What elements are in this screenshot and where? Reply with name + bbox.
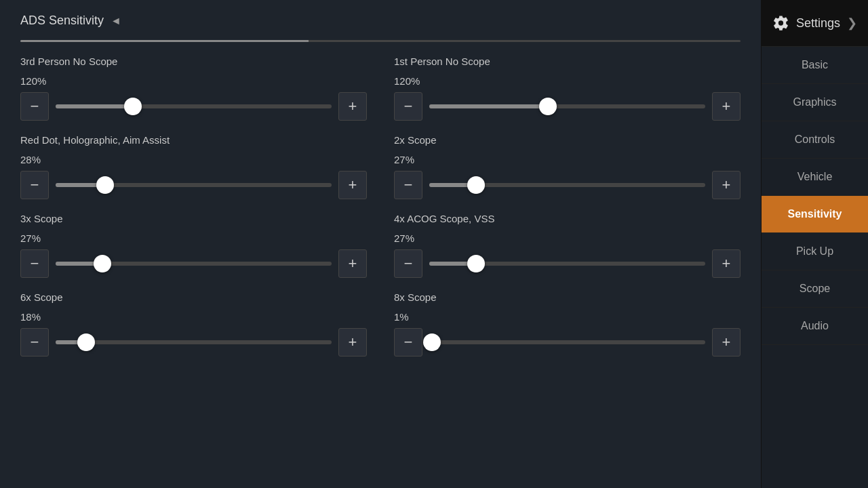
- value-label-8x-scope: 1%: [394, 311, 741, 323]
- nav-item-audio[interactable]: Audio: [762, 308, 868, 345]
- slider-track-1st-person-no-scope: [429, 104, 705, 108]
- sensitivity-grid: 3rd Person No Scope120%−+1st Person No S…: [20, 56, 741, 357]
- sensitivity-section-1st-person-no-scope: 1st Person No Scope120%−+: [394, 56, 741, 121]
- close-button[interactable]: ❯: [847, 16, 857, 30]
- top-bar: ADS Sensitivity ◄: [20, 14, 741, 28]
- slider-track-red-dot: [56, 183, 332, 187]
- section-label-2x-scope: 2x Scope: [394, 134, 741, 146]
- slider-container-4x-acog[interactable]: [429, 249, 705, 278]
- minus-button-red-dot[interactable]: −: [20, 171, 49, 199]
- slider-row-red-dot: −+: [20, 171, 367, 199]
- plus-button-red-dot[interactable]: +: [338, 171, 367, 199]
- value-label-1st-person-no-scope: 120%: [394, 75, 741, 87]
- nav-list: BasicGraphicsControlsVehicleSensitivityP…: [762, 47, 868, 345]
- slider-thumb-red-dot[interactable]: [96, 176, 114, 194]
- plus-button-1st-person-no-scope[interactable]: +: [712, 92, 741, 121]
- sidebar: Settings ❯ BasicGraphicsControlsVehicleS…: [761, 0, 868, 488]
- minus-button-2x-scope[interactable]: −: [394, 171, 422, 199]
- nav-item-pickup[interactable]: Pick Up: [762, 233, 868, 270]
- slider-container-3rd-person-no-scope[interactable]: [56, 92, 332, 121]
- slider-row-4x-acog: −+: [394, 249, 741, 278]
- slider-container-red-dot[interactable]: [56, 171, 332, 199]
- slider-row-8x-scope: −+: [394, 328, 741, 357]
- gear-icon: [772, 12, 789, 34]
- sensitivity-section-6x-scope: 6x Scope18%−+: [20, 291, 367, 357]
- minus-button-4x-acog[interactable]: −: [394, 249, 422, 278]
- slider-fill-1st-person-no-scope: [429, 104, 548, 108]
- sensitivity-section-red-dot: Red Dot, Holographic, Aim Assist28%−+: [20, 134, 367, 199]
- slider-thumb-3x-scope[interactable]: [94, 255, 111, 272]
- plus-button-2x-scope[interactable]: +: [712, 171, 741, 199]
- slider-track-3rd-person-no-scope: [56, 104, 332, 108]
- nav-item-sensitivity[interactable]: Sensitivity: [762, 196, 868, 233]
- slider-row-3rd-person-no-scope: −+: [20, 92, 367, 121]
- section-label-red-dot: Red Dot, Holographic, Aim Assist: [20, 134, 367, 146]
- nav-item-scope[interactable]: Scope: [762, 270, 868, 308]
- nav-item-controls[interactable]: Controls: [762, 121, 868, 159]
- sidebar-header: Settings ❯: [762, 0, 868, 47]
- sensitivity-section-4x-acog: 4x ACOG Scope, VSS27%−+: [394, 213, 741, 278]
- main-content: ADS Sensitivity ◄ 3rd Person No Scope120…: [0, 0, 761, 488]
- slider-track-3x-scope: [56, 262, 332, 266]
- nav-item-graphics[interactable]: Graphics: [762, 84, 868, 121]
- section-label-3rd-person-no-scope: 3rd Person No Scope: [20, 56, 367, 67]
- slider-thumb-8x-scope[interactable]: [423, 333, 441, 351]
- section-label-1st-person-no-scope: 1st Person No Scope: [394, 56, 741, 67]
- nav-item-basic[interactable]: Basic: [762, 47, 868, 84]
- minus-button-3x-scope[interactable]: −: [20, 249, 49, 278]
- sensitivity-section-2x-scope: 2x Scope27%−+: [394, 134, 741, 199]
- slider-thumb-6x-scope[interactable]: [77, 333, 95, 351]
- slider-thumb-1st-person-no-scope[interactable]: [539, 98, 557, 115]
- plus-button-3rd-person-no-scope[interactable]: +: [338, 92, 367, 121]
- plus-button-6x-scope[interactable]: +: [338, 328, 367, 357]
- section-label-4x-acog: 4x ACOG Scope, VSS: [394, 213, 741, 224]
- slider-thumb-2x-scope[interactable]: [467, 176, 485, 194]
- minus-button-1st-person-no-scope[interactable]: −: [394, 92, 422, 121]
- slider-container-8x-scope[interactable]: [429, 328, 705, 357]
- slider-row-1st-person-no-scope: −+: [394, 92, 741, 121]
- scroll-indicator: [20, 40, 741, 42]
- slider-row-6x-scope: −+: [20, 328, 367, 357]
- slider-container-3x-scope[interactable]: [56, 249, 332, 278]
- slider-thumb-4x-acog[interactable]: [467, 255, 485, 272]
- plus-button-8x-scope[interactable]: +: [712, 328, 741, 357]
- value-label-4x-acog: 27%: [394, 232, 741, 244]
- sensitivity-section-3rd-person-no-scope: 3rd Person No Scope120%−+: [20, 56, 367, 121]
- value-label-3rd-person-no-scope: 120%: [20, 75, 367, 87]
- slider-container-1st-person-no-scope[interactable]: [429, 92, 705, 121]
- section-label-6x-scope: 6x Scope: [20, 291, 367, 303]
- sensitivity-section-3x-scope: 3x Scope27%−+: [20, 213, 367, 278]
- minus-button-8x-scope[interactable]: −: [394, 328, 422, 357]
- slider-track-2x-scope: [429, 183, 705, 187]
- value-label-2x-scope: 27%: [394, 154, 741, 165]
- minus-button-6x-scope[interactable]: −: [20, 328, 49, 357]
- slider-row-3x-scope: −+: [20, 249, 367, 278]
- nav-item-vehicle[interactable]: Vehicle: [762, 159, 868, 196]
- back-arrow[interactable]: ◄: [111, 15, 121, 27]
- slider-track-8x-scope: [429, 340, 705, 344]
- value-label-red-dot: 28%: [20, 154, 367, 165]
- slider-container-6x-scope[interactable]: [56, 328, 332, 357]
- slider-row-2x-scope: −+: [394, 171, 741, 199]
- slider-track-6x-scope: [56, 340, 332, 344]
- section-label-3x-scope: 3x Scope: [20, 213, 367, 224]
- plus-button-3x-scope[interactable]: +: [338, 249, 367, 278]
- plus-button-4x-acog[interactable]: +: [712, 249, 741, 278]
- slider-container-2x-scope[interactable]: [429, 171, 705, 199]
- value-label-3x-scope: 27%: [20, 232, 367, 244]
- slider-thumb-3rd-person-no-scope[interactable]: [124, 98, 142, 115]
- sidebar-title: Settings: [796, 16, 840, 30]
- page-title: ADS Sensitivity: [20, 14, 104, 28]
- minus-button-3rd-person-no-scope[interactable]: −: [20, 92, 49, 121]
- slider-fill-3rd-person-no-scope: [56, 104, 133, 108]
- sensitivity-section-8x-scope: 8x Scope1%−+: [394, 291, 741, 357]
- section-label-8x-scope: 8x Scope: [394, 291, 741, 303]
- slider-track-4x-acog: [429, 262, 705, 266]
- value-label-6x-scope: 18%: [20, 311, 367, 323]
